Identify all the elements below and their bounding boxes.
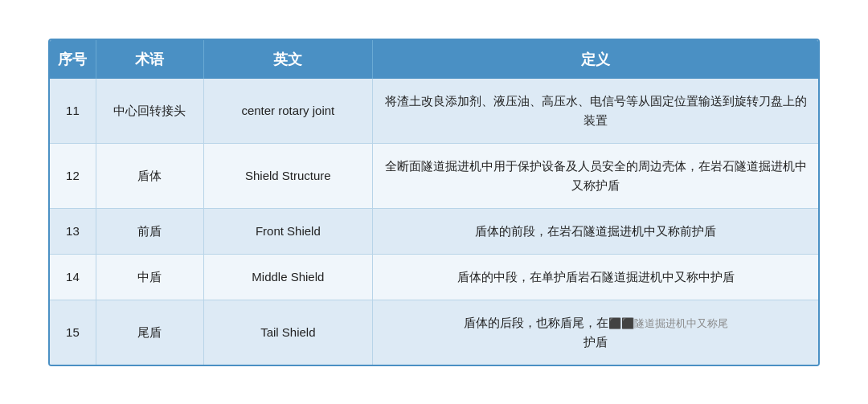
header-num: 序号: [50, 40, 96, 79]
cell-definition: 盾体的中段，在单护盾岩石隧道掘进机中又称中护盾: [373, 254, 819, 300]
watermark-text: ⬛⬛隧道掘进机中又称尾: [608, 317, 728, 329]
cell-english: Tail Shield: [203, 300, 372, 365]
cell-definition: 盾体的后段，也称盾尾，在⬛⬛隧道掘进机中又称尾护盾: [373, 300, 819, 365]
table-row: 15尾盾Tail Shield盾体的后段，也称盾尾，在⬛⬛隧道掘进机中又称尾护盾: [50, 300, 818, 365]
main-table-wrapper: 序号 术语 英文 定义 11中心回转接头center rotary joint将…: [48, 39, 820, 366]
cell-english: Front Shield: [203, 208, 372, 254]
cell-english: center rotary joint: [203, 79, 372, 144]
cell-term: 中心回转接头: [96, 79, 203, 144]
cell-term: 尾盾: [96, 300, 203, 365]
cell-num: 11: [50, 79, 96, 144]
table-row: 14中盾Middle Shield盾体的中段，在单护盾岩石隧道掘进机中又称中护盾: [50, 254, 818, 300]
table-header-row: 序号 术语 英文 定义: [50, 40, 818, 79]
header-definition: 定义: [373, 40, 819, 79]
cell-num: 12: [50, 143, 96, 208]
cell-definition: 将渣土改良添加剂、液压油、高压水、电信号等从固定位置输送到旋转刀盘上的装置: [373, 79, 819, 144]
header-term: 术语: [96, 40, 203, 79]
header-english: 英文: [203, 40, 372, 79]
cell-term: 中盾: [96, 254, 203, 300]
table-row: 13前盾Front Shield盾体的前段，在岩石隧道掘进机中又称前护盾: [50, 208, 818, 254]
cell-english: Shield Structure: [203, 143, 372, 208]
cell-num: 15: [50, 300, 96, 365]
cell-definition: 全断面隧道掘进机中用于保护设备及人员安全的周边壳体，在岩石隧道掘进机中又称护盾: [373, 143, 819, 208]
cell-term: 盾体: [96, 143, 203, 208]
cell-num: 14: [50, 254, 96, 300]
table-row: 12盾体Shield Structure全断面隧道掘进机中用于保护设备及人员安全…: [50, 143, 818, 208]
cell-term: 前盾: [96, 208, 203, 254]
cell-num: 13: [50, 208, 96, 254]
cell-english: Middle Shield: [203, 254, 372, 300]
table-row: 11中心回转接头center rotary joint将渣土改良添加剂、液压油、…: [50, 79, 818, 144]
terminology-table: 序号 术语 英文 定义 11中心回转接头center rotary joint将…: [50, 40, 818, 365]
cell-definition: 盾体的前段，在岩石隧道掘进机中又称前护盾: [373, 208, 819, 254]
